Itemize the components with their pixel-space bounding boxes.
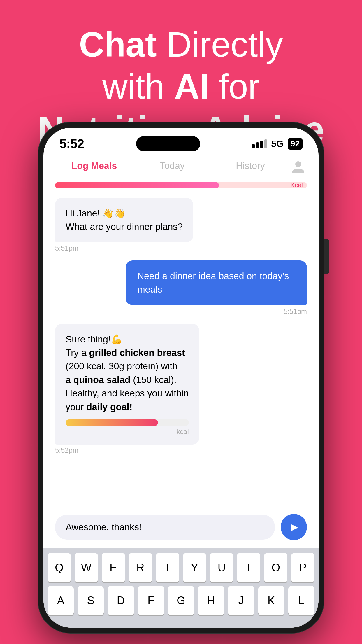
phone-screen: 5:52 5G 92 Log Meals Today History xyxy=(43,128,319,628)
key-g[interactable]: G xyxy=(168,586,194,615)
battery-indicator: 92 xyxy=(288,138,303,150)
key-p[interactable]: P xyxy=(291,553,314,582)
message-received-2: Sure thing!💪 Try a grilled chicken breas… xyxy=(55,324,307,454)
message-bubble-received-2: Sure thing!💪 Try a grilled chicken breas… xyxy=(55,324,199,444)
nav-tabs: Log Meals Today History xyxy=(43,154,319,177)
key-w[interactable]: W xyxy=(75,553,98,582)
message-time-2: 5:52pm xyxy=(55,446,78,454)
key-r[interactable]: R xyxy=(129,553,152,582)
kcal-progress-fill xyxy=(66,419,158,426)
status-right: 5G 92 xyxy=(252,138,303,150)
hero-line2: with AI for xyxy=(23,65,339,107)
phone-mockup: 5:52 5G 92 Log Meals Today History xyxy=(38,123,324,633)
message-bubble-sent-1: Need a dinner idea based on today's meal… xyxy=(126,260,307,305)
send-button[interactable]: ► xyxy=(281,514,307,540)
dynamic-island xyxy=(136,136,200,151)
tab-today[interactable]: Today xyxy=(133,160,211,174)
keyboard: Q W E R T Y U I O P A S D F G H xyxy=(43,548,319,628)
key-o[interactable]: O xyxy=(264,553,287,582)
chat-input[interactable] xyxy=(55,515,275,540)
hero-line1: Chat Directly xyxy=(23,23,339,65)
message-sent-1: Need a dinner idea based on today's meal… xyxy=(55,260,307,316)
tab-history[interactable]: History xyxy=(211,160,289,174)
message-time-sent-1: 5:51pm xyxy=(284,307,307,316)
calorie-progress-fill xyxy=(55,182,219,188)
status-bar: 5:52 5G 92 xyxy=(43,128,319,154)
message-received-1: Hi Jane! 👋👋What are your dinner plans? 5… xyxy=(55,198,307,252)
message-bubble-received-1: Hi Jane! 👋👋What are your dinner plans? xyxy=(55,198,193,242)
phone-shell: 5:52 5G 92 Log Meals Today History xyxy=(38,123,324,633)
key-u[interactable]: U xyxy=(210,553,233,582)
key-l[interactable]: L xyxy=(288,586,314,615)
network-label: 5G xyxy=(271,139,284,149)
key-h[interactable]: H xyxy=(198,586,224,615)
profile-button[interactable] xyxy=(289,158,307,176)
kcal-progress-bar xyxy=(66,419,189,426)
key-k[interactable]: K xyxy=(258,586,284,615)
key-d[interactable]: D xyxy=(108,586,134,615)
key-f[interactable]: F xyxy=(138,586,164,615)
key-s[interactable]: S xyxy=(78,586,104,615)
status-time: 5:52 xyxy=(59,136,84,151)
message-text-received-1: Hi Jane! 👋👋What are your dinner plans? xyxy=(66,206,183,234)
key-j[interactable]: J xyxy=(228,586,254,615)
send-icon: ► xyxy=(289,521,300,533)
chat-area: Hi Jane! 👋👋What are your dinner plans? 5… xyxy=(43,191,319,508)
signal-icon xyxy=(252,139,267,148)
kcal-label: Kcal xyxy=(290,182,303,188)
key-e[interactable]: E xyxy=(102,553,125,582)
key-i[interactable]: I xyxy=(237,553,260,582)
keyboard-row-2: A S D F G H J K L xyxy=(48,586,314,615)
key-t[interactable]: T xyxy=(156,553,179,582)
message-text-received-2: Sure thing!💪 Try a grilled chicken breas… xyxy=(66,332,189,414)
message-text-sent-1: Need a dinner idea based on today's meal… xyxy=(137,269,295,296)
key-q[interactable]: Q xyxy=(48,553,71,582)
message-time-1: 5:51pm xyxy=(55,244,78,252)
tab-log-meals[interactable]: Log Meals xyxy=(55,160,133,174)
key-a[interactable]: A xyxy=(48,586,74,615)
profile-icon xyxy=(291,160,305,174)
input-area: ► xyxy=(43,508,319,548)
calorie-progress-bar: Kcal xyxy=(55,182,307,188)
key-y[interactable]: Y xyxy=(183,553,206,582)
keyboard-row-1: Q W E R T Y U I O P xyxy=(48,553,314,582)
kcal-inline-label: kcal xyxy=(66,428,189,436)
